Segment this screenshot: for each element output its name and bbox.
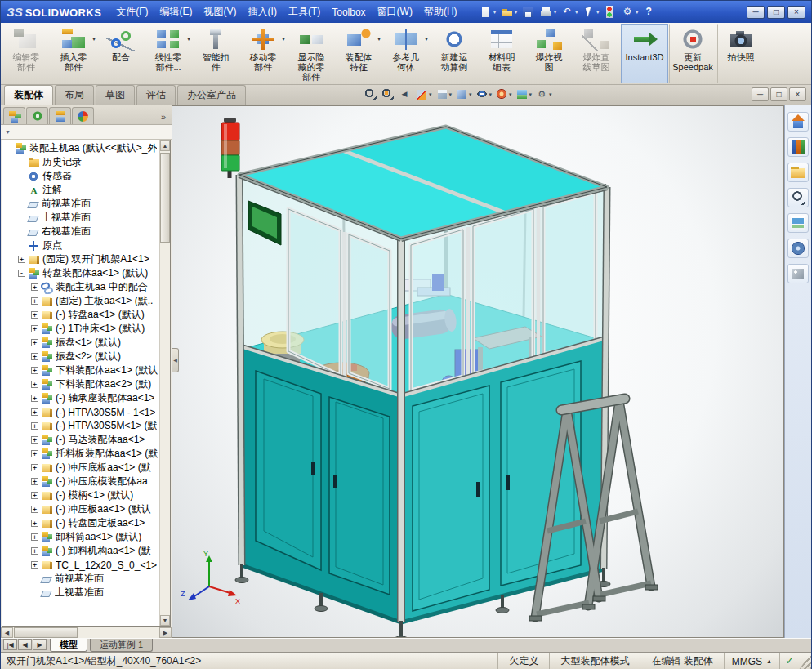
scroll-right-arrow-icon[interactable]: ▶ (159, 627, 172, 638)
exploded-view-button[interactable]: ▾ 爆炸视 图 (525, 24, 573, 83)
tree-expander[interactable] (18, 270, 25, 277)
tree-expander[interactable] (31, 283, 38, 291)
document-minimize-button[interactable]: ─ (752, 87, 769, 101)
restore-button[interactable]: □ (767, 6, 785, 19)
tree-item[interactable]: 前视基准面 (2, 197, 159, 211)
tree-horizontal-scrollbar[interactable]: ◀ ▶ (1, 627, 172, 638)
update-speedpak-button[interactable]: ▾ 更新 Speedpak (669, 24, 716, 83)
menu-item[interactable]: 文件(F) (110, 2, 154, 22)
featuremanager-tree-tab[interactable] (3, 107, 25, 124)
menu-item[interactable]: 帮助(H) (418, 2, 463, 22)
document-restore-button[interactable]: □ (770, 87, 787, 101)
propertymanager-tab[interactable] (26, 107, 48, 124)
tree-item[interactable]: (-) 马达装配体aa<1> (2, 433, 159, 447)
tree-item[interactable]: 振盘<2> (默认) (2, 350, 159, 363)
view-palette-button[interactable] (787, 213, 809, 233)
hide-show-items-button[interactable]: ▾ (474, 87, 493, 102)
commandmanager-tab[interactable]: 草图 (96, 85, 135, 105)
tree-item[interactable]: (-) 冲压板aa<1> (默认 (2, 502, 159, 516)
tree-item[interactable]: 前视基准面 (2, 572, 159, 586)
rebuild-button[interactable]: ▾ (601, 4, 618, 20)
tree-item[interactable]: 注解 (2, 183, 159, 197)
custom-properties-button[interactable] (787, 264, 809, 283)
zoom-area-button[interactable]: ▾ (379, 87, 395, 102)
units-selector[interactable]: MMGS ▲ (724, 653, 779, 669)
bill-of-materials-button[interactable]: ▾ 材料明 细表 (478, 24, 525, 83)
menu-item[interactable]: 窗口(W) (372, 2, 418, 22)
tree-expander[interactable] (31, 311, 38, 319)
minimize-button[interactable]: ─ (747, 6, 765, 19)
section-view-button[interactable]: ▾ (413, 87, 433, 102)
tree-item[interactable]: 下料装配体aa<2> (默) (2, 377, 159, 391)
previous-view-button[interactable]: ▾ (396, 87, 413, 102)
tree-expander[interactable] (31, 506, 38, 513)
tree-expander[interactable] (31, 464, 38, 471)
tree-item[interactable]: 托料板装配体aa<1> (默 (2, 447, 159, 461)
resources-home-button[interactable] (787, 112, 809, 132)
tree-expander[interactable] (31, 520, 38, 527)
move-component-button[interactable]: ▾ 移动零 部件 (239, 24, 287, 83)
menu-item[interactable]: 插入(I) (243, 2, 283, 22)
commandmanager-tab[interactable]: 评估 (136, 85, 176, 105)
appearance-manager-tab[interactable] (72, 107, 94, 124)
print-button[interactable]: ▾ (538, 4, 558, 20)
tree-item[interactable]: (固定) 双开门机架A1<1> (2, 252, 159, 266)
tree-item[interactable]: (-) 卸料机构aa<1> (默 (2, 544, 159, 558)
scroll-up-arrow-icon[interactable]: ▲ (160, 140, 170, 151)
open-folder-button[interactable]: ▾ (498, 4, 519, 20)
tree-item[interactable]: (-) 转盘固定板aa<1> (2, 516, 159, 530)
file-explorer-button[interactable] (787, 163, 809, 182)
model-3d[interactable]: Y X Z (172, 106, 784, 638)
tree-item[interactable]: 装配主机aa (默认<<默认>_外 (2, 141, 159, 155)
tree-item[interactable]: 右视基准面 (2, 225, 159, 239)
tree-expander[interactable] (31, 533, 38, 541)
search-button[interactable] (787, 188, 809, 207)
tab-scroll-button[interactable]: |◀ (3, 639, 17, 650)
undo-button[interactable]: ▾ (559, 4, 579, 20)
status-check-icon[interactable]: ✓ (779, 653, 799, 669)
menu-item[interactable]: 工具(T) (283, 2, 326, 22)
tree-item[interactable]: 上视基准面 (2, 211, 159, 225)
scroll-left-arrow-icon[interactable]: ◀ (1, 627, 13, 638)
explode-line-sketch-button[interactable]: ▾ 爆炸直 线草图 (573, 24, 620, 83)
resize-grip[interactable] (799, 653, 811, 669)
edit-appearance-button[interactable]: ▾ (493, 87, 513, 102)
tree-item[interactable]: (固定) 主板aa<1> (默.. (2, 294, 159, 308)
tree-item[interactable]: 历史记录 (2, 155, 159, 169)
tree-item[interactable]: (-) HTPA30S5M<1> (默 (2, 419, 159, 433)
instant3d-button[interactable]: ▾ Instant3D (621, 24, 668, 83)
tree-expander[interactable] (31, 381, 38, 388)
apply-scene-button[interactable]: ▾ (514, 87, 533, 102)
tree-expander[interactable] (31, 450, 38, 457)
mate-button[interactable]: ▾ 配合 (97, 24, 145, 83)
reference-geometry-button[interactable]: ▾ 参考几 何体 (382, 24, 430, 83)
take-snapshot-button[interactable]: ▾ 拍快照 (717, 24, 765, 83)
tree-item[interactable]: (-) 冲压底模装配体aa (2, 475, 159, 488)
menu-item[interactable]: 视图(V) (199, 2, 243, 22)
insert-components-button[interactable]: ▾ 插入零 部件 (50, 24, 97, 83)
tree-item[interactable]: (-) HTPA30S5M - 1<1> (2, 405, 159, 419)
appearances-button[interactable] (787, 239, 809, 258)
show-hidden-components-button[interactable]: ▾ 显示隐 藏的零 部件 (288, 24, 335, 83)
scrollbar-track[interactable] (160, 151, 170, 615)
new-motion-study-button[interactable]: ▾ 新建运 动算例 (431, 24, 478, 83)
tree-expander[interactable] (31, 395, 38, 402)
display-style-button[interactable]: ▾ (453, 87, 473, 102)
view-settings-button[interactable]: ▾ (533, 87, 553, 102)
smart-fasteners-button[interactable]: ▾ 智能扣 件 (192, 24, 239, 83)
tree-expander[interactable] (31, 353, 38, 360)
menu-item[interactable]: 编辑(E) (154, 2, 199, 22)
tree-item[interactable]: (-) 冲压底板aa<1> (默 (2, 461, 159, 475)
tree-expander[interactable] (31, 367, 38, 374)
commandmanager-tab[interactable]: 装配体 (4, 85, 53, 105)
tree-expander[interactable] (31, 547, 38, 555)
tree-item[interactable]: 传感器 (2, 169, 159, 183)
close-button[interactable]: × (787, 6, 805, 19)
new-document-button[interactable]: ▾ (477, 4, 497, 20)
tab-scroll-button[interactable]: ◀ (18, 639, 32, 650)
menu-item[interactable]: Toolbox (326, 3, 371, 21)
tree-item[interactable]: (-) 转盘aa<1> (默认) (2, 308, 159, 322)
scroll-down-arrow-icon[interactable]: ▼ (160, 615, 170, 626)
tree-expander[interactable] (31, 297, 38, 305)
tree-item[interactable]: 下料装配体aa<1> (默认 (2, 363, 159, 377)
